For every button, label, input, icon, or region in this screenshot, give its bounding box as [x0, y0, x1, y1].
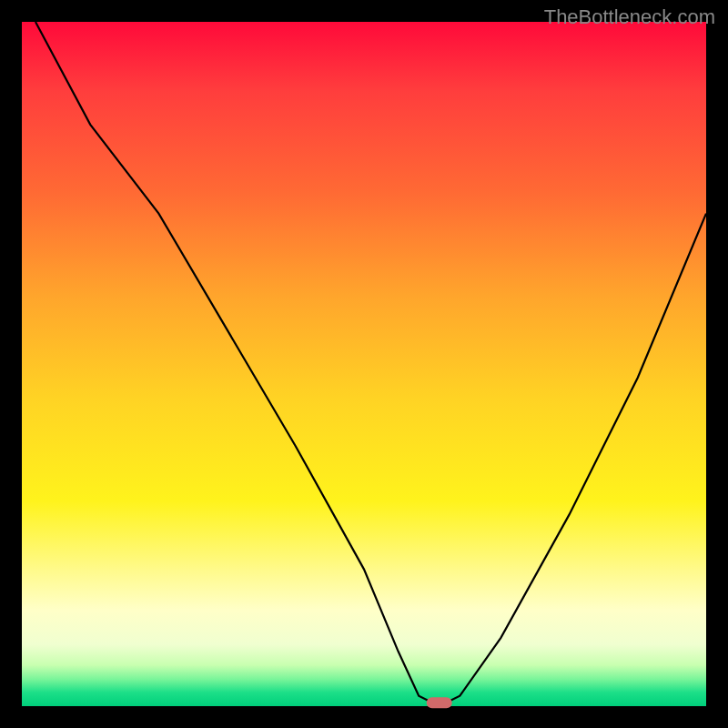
svg-rect-0	[427, 697, 452, 708]
optimum-marker	[22, 22, 706, 706]
watermark-text: TheBottleneck.com	[544, 5, 715, 29]
chart-plot-area	[22, 22, 706, 706]
